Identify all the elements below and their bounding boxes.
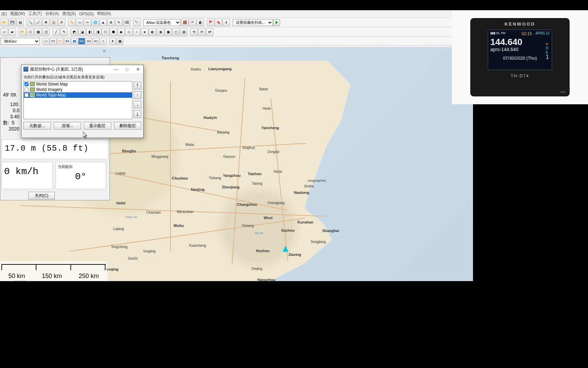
tool3-ag-icon[interactable]: AG	[85, 38, 92, 45]
layer-checkbox[interactable]	[24, 82, 29, 86]
tool2-1-icon[interactable]: ▱	[1, 28, 8, 36]
tool2-open-icon[interactable]: 📂	[19, 28, 26, 36]
gps-marker-icon[interactable]	[282, 246, 289, 253]
layer-item-selected[interactable]: World Topo Map	[24, 92, 132, 98]
tool-3d-icon[interactable]: ▲	[99, 19, 107, 26]
tool3-ba-icon[interactable]: BA	[64, 38, 71, 45]
radio-subfreq: aprs-144.640	[490, 47, 550, 52]
menu-tools[interactable]: 工具(T)	[28, 11, 42, 17]
tool3-lv-icon[interactable]: LV	[43, 38, 49, 45]
tool-shader1-icon[interactable]: 🟫	[181, 19, 189, 26]
minimize-icon[interactable]: —	[113, 67, 119, 72]
city-label: Nantong	[294, 190, 309, 195]
tool2-f-icon[interactable]: ⬢	[110, 28, 117, 36]
scale-label: 250 km	[79, 273, 99, 280]
tool-zoomin-icon[interactable]: 🔍	[27, 19, 34, 26]
metadata-button[interactable]: 元数据...	[23, 122, 51, 129]
menu-analyze[interactable]: 分析(A)	[45, 11, 59, 17]
menu-gps[interactable]: GPS(G)	[79, 12, 94, 16]
tool2-h-icon[interactable]: ◇	[125, 28, 133, 36]
layer-item[interactable]: World Street Map	[24, 81, 132, 87]
maximize-icon[interactable]: □	[124, 67, 130, 72]
tool-bookmark-icon[interactable]: 🔖	[215, 19, 222, 26]
tool3-palette-icon[interactable]: ▦	[116, 38, 123, 45]
menu-help[interactable]: 帮助(H)	[97, 11, 111, 17]
tool3-wa-icon[interactable]: WA	[78, 38, 85, 45]
tool2-m-icon[interactable]: ▣	[164, 28, 172, 36]
tool-compass-icon[interactable]: ⊕	[107, 19, 115, 26]
tool-pan-icon[interactable]: ✥	[42, 19, 50, 26]
tool2-n-icon[interactable]: ▢	[172, 28, 180, 36]
move-top-icon[interactable]: ⤒	[134, 82, 141, 89]
tool-binoculars-icon[interactable]: 🔭	[133, 19, 141, 26]
tool-shader3-icon[interactable]: ◧	[197, 19, 204, 26]
tool-open-icon[interactable]: 📂	[1, 19, 8, 26]
tool-layers-icon[interactable]: ▤	[16, 19, 24, 26]
layer-checkbox[interactable]	[24, 88, 29, 92]
tool2-i-icon[interactable]: ○	[133, 28, 141, 36]
delete-layer-button[interactable]: 删除图层	[114, 122, 142, 129]
move-down-icon[interactable]: ↓	[134, 101, 141, 108]
tool-globe-icon[interactable]: 🌐	[92, 19, 99, 26]
tool-clip-icon[interactable]: ✂	[84, 19, 91, 26]
menu-view[interactable]: 视图(W)	[10, 11, 25, 17]
tool2-c-icon[interactable]: ◧	[86, 28, 94, 36]
tool3-hv-icon[interactable]: HV	[50, 38, 56, 45]
shader-dropdown[interactable]: Atlas:渲染着色	[143, 19, 181, 26]
tool3-ac-icon[interactable]: AC	[93, 38, 99, 45]
play-button-icon[interactable]	[273, 19, 280, 26]
tool2-g-icon[interactable]: ◆	[117, 28, 125, 36]
tool-refresh-icon[interactable]: ⟳	[58, 19, 65, 26]
tool2-2-icon[interactable]: ▰	[9, 28, 16, 36]
tool2-raster-icon[interactable]: ◫	[42, 28, 50, 36]
tool-flag-icon[interactable]: 🚩	[207, 19, 214, 26]
tool-zoomout-icon[interactable]: 🔎	[34, 19, 42, 26]
tool2-poly-icon[interactable]: ⬠	[27, 28, 34, 36]
tool2-p-icon[interactable]: ⟲	[190, 28, 198, 36]
tool3-p-icon[interactable]: 👥	[71, 38, 78, 45]
tool-measure-icon[interactable]: 📏	[68, 19, 76, 26]
tool3-sp-icon[interactable]: ≡	[100, 38, 107, 45]
tool2-edit-icon[interactable]: ✎	[60, 28, 68, 36]
move-up-icon[interactable]: ↑	[134, 91, 141, 99]
tool2-grid-icon[interactable]: ▦	[34, 28, 42, 36]
tool-draw-icon[interactable]: ✎	[115, 19, 122, 26]
tool2-l-icon[interactable]: ◑	[157, 28, 164, 36]
tool2-k-icon[interactable]: ◐	[149, 28, 156, 36]
tool-info-icon[interactable]: ℹ	[223, 19, 230, 26]
tool2-a-icon[interactable]: ◩	[70, 28, 78, 36]
tool2-q-icon[interactable]: ⟳	[198, 28, 206, 36]
tool3-by-icon[interactable]: HY	[57, 38, 64, 45]
layer-item[interactable]: World Imagery	[24, 87, 132, 92]
panel-close-icon[interactable]: ✕	[101, 48, 108, 54]
tool2-j-icon[interactable]: ●	[141, 28, 148, 36]
city-label: Huzhou	[256, 249, 270, 253]
tool-save-icon[interactable]: 💾	[9, 19, 16, 26]
tool2-b-icon[interactable]: ◪	[78, 28, 86, 36]
radio-aprs: APRS 12	[536, 31, 550, 35]
panel-close-button[interactable]: 关闭(C)	[28, 192, 55, 199]
tool2-o-icon[interactable]: ▤	[180, 28, 187, 36]
layer-list[interactable]: World Street Map World Imagery World Top…	[23, 81, 132, 119]
tool-erase-icon[interactable]: ⌫	[123, 19, 130, 26]
tool2-r-icon[interactable]: ⇄	[206, 28, 213, 36]
favorites-dropdown[interactable]: 设置收藏夹列表...	[233, 19, 273, 26]
tool3-target-icon[interactable]: ✦	[109, 38, 116, 45]
tool-shader2-icon[interactable]: ³ᴰ	[189, 19, 196, 26]
tool2-line-icon[interactable]: ╱	[52, 28, 60, 36]
city-label: Suzhou	[281, 228, 295, 232]
dialog-titlebar[interactable]: 图层控制中心 (3 图层, 1已选) — □ ✕	[21, 65, 143, 73]
menu-e[interactable]: (E)	[1, 12, 7, 16]
tool2-e-icon[interactable]: ⬡	[102, 28, 109, 36]
layer-checkbox[interactable]	[24, 93, 29, 97]
elev-dropdown[interactable]: 3B/Elev	[1, 38, 40, 45]
options-button[interactable]: 选项...	[54, 122, 81, 129]
show-layer-button[interactable]: 显示图层	[84, 122, 111, 129]
move-bottom-icon[interactable]: ⤓	[134, 110, 141, 118]
tool2-d-icon[interactable]: ◨	[94, 28, 101, 36]
tool-select-icon[interactable]: ▭	[76, 19, 83, 26]
menu-find[interactable]: 查找(S)	[62, 11, 76, 17]
close-icon[interactable]: ✕	[134, 67, 141, 72]
dialog-title: 图层控制中心 (3 图层, 1已选)	[30, 66, 83, 72]
tool-home-icon[interactable]: 🏠	[50, 19, 58, 26]
